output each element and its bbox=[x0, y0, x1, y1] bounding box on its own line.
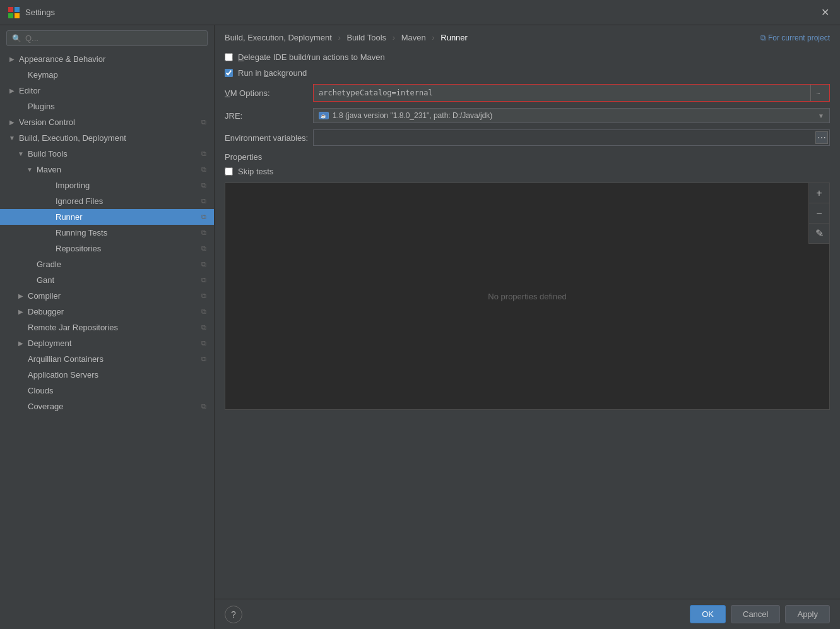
sidebar-item-gant[interactable]: Gant⧉ bbox=[0, 272, 214, 288]
cancel-button[interactable]: Cancel bbox=[731, 605, 780, 623]
sidebar-item-build-tools[interactable]: ▼Build Tools⧉ bbox=[0, 146, 214, 162]
sidebar-item-clouds[interactable]: Clouds bbox=[0, 383, 214, 398]
svg-rect-1 bbox=[15, 7, 20, 12]
sidebar-item-running-tests[interactable]: Running Tests⧉ bbox=[0, 225, 214, 241]
remove-property-button[interactable]: − bbox=[809, 203, 829, 224]
apply-button[interactable]: Apply bbox=[785, 605, 830, 623]
sidebar-nav: ▶Appearance & BehaviorKeymap▶EditorPlugi… bbox=[0, 51, 214, 414]
env-variables-field: ⋯ bbox=[313, 129, 830, 146]
vm-options-expand-icon[interactable]: ⋯ bbox=[810, 85, 825, 101]
env-variables-expand-btn[interactable]: ⋯ bbox=[815, 131, 828, 144]
sidebar-item-label-gant: Gant bbox=[37, 275, 54, 285]
arrow-icon-coverage bbox=[16, 402, 25, 411]
search-box[interactable]: 🔍 bbox=[6, 30, 208, 46]
copy-icon-running-tests: ⧉ bbox=[201, 229, 206, 237]
sidebar-item-label-application-servers: Application Servers bbox=[28, 370, 98, 380]
delegate-checkbox[interactable] bbox=[225, 53, 233, 61]
main-panel: Build, Execution, Deployment › Build Too… bbox=[215, 25, 840, 629]
arrow-icon-version-control: ▶ bbox=[8, 118, 16, 127]
copy-icon-runner: ⧉ bbox=[201, 213, 206, 221]
sidebar-item-keymap[interactable]: Keymap bbox=[0, 67, 214, 83]
breadcrumb: Build, Execution, Deployment › Build Too… bbox=[225, 33, 468, 42]
sidebar-item-gradle[interactable]: Gradle⧉ bbox=[0, 256, 214, 272]
sidebar-item-runner[interactable]: Runner⧉ bbox=[0, 209, 214, 225]
sidebar-item-build-execution-deployment[interactable]: ▼Build, Execution, Deployment bbox=[0, 130, 214, 146]
breadcrumb-part-3: Maven bbox=[401, 33, 426, 42]
bottom-bar: ? OK Cancel Apply bbox=[215, 599, 840, 629]
skip-tests-checkbox[interactable] bbox=[225, 167, 233, 176]
sidebar-item-coverage[interactable]: Coverage⧉ bbox=[0, 398, 214, 414]
jre-value: 1.8 (java version "1.8.0_231", path: D:/… bbox=[333, 111, 492, 120]
run-background-checkbox[interactable] bbox=[225, 69, 233, 77]
sidebar-item-label-version-control: Version Control bbox=[19, 117, 75, 127]
close-button[interactable]: ✕ bbox=[817, 5, 832, 20]
copy-icon-compiler: ⧉ bbox=[201, 292, 206, 300]
arrow-icon-application-servers bbox=[16, 371, 25, 380]
ok-button[interactable]: OK bbox=[690, 605, 726, 623]
sidebar-item-application-servers[interactable]: Application Servers bbox=[0, 367, 214, 383]
titlebar: Settings ✕ bbox=[0, 0, 840, 25]
arrow-icon-arquillian-containers bbox=[16, 355, 25, 364]
env-variables-row: Environment variables: ⋯ bbox=[225, 129, 830, 146]
arrow-icon-gradle bbox=[25, 260, 34, 269]
run-background-row: Run in background bbox=[225, 68, 830, 78]
copy-icon-arquillian-containers: ⧉ bbox=[201, 355, 206, 363]
sidebar-item-label-coverage: Coverage bbox=[28, 402, 63, 411]
help-button[interactable]: ? bbox=[225, 606, 242, 623]
copy-icon-remote-jar-repositories: ⧉ bbox=[201, 323, 206, 332]
edit-property-button[interactable]: ✎ bbox=[809, 224, 829, 244]
copy-icon-gant: ⧉ bbox=[201, 276, 206, 284]
arrow-icon-debugger: ▶ bbox=[16, 308, 25, 316]
delegate-label: Delegate IDE build/run actions to Maven bbox=[238, 52, 385, 62]
sidebar-item-deployment[interactable]: ▶Deployment⧉ bbox=[0, 335, 214, 351]
breadcrumb-part-2: Build Tools bbox=[346, 33, 386, 42]
sidebar-item-maven[interactable]: ▼Maven⧉ bbox=[0, 162, 214, 177]
properties-header: Properties bbox=[225, 152, 830, 162]
env-variables-label: Environment variables: bbox=[225, 133, 313, 143]
arrow-icon-runner bbox=[44, 213, 53, 222]
properties-section: Properties Skip tests + − ✎ No propert bbox=[225, 152, 830, 410]
add-property-button[interactable]: + bbox=[809, 183, 829, 203]
search-icon: 🔍 bbox=[12, 34, 21, 43]
copy-icon-debugger: ⧉ bbox=[201, 308, 206, 316]
sidebar-item-label-clouds: Clouds bbox=[28, 386, 53, 395]
vm-options-field[interactable]: ⋯ bbox=[313, 84, 830, 102]
svg-rect-3 bbox=[15, 13, 20, 18]
sidebar-item-arquillian-containers[interactable]: Arquillian Containers⧉ bbox=[0, 351, 214, 367]
delegate-checkbox-row: Delegate IDE build/run actions to Maven bbox=[225, 52, 830, 62]
jre-dropdown-icon[interactable]: ▼ bbox=[818, 112, 824, 119]
sidebar-item-label-importing: Importing bbox=[56, 181, 90, 190]
sidebar-item-remote-jar-repositories[interactable]: Remote Jar Repositories⧉ bbox=[0, 320, 214, 335]
arrow-icon-gant bbox=[25, 276, 34, 285]
search-input[interactable] bbox=[25, 33, 202, 43]
sidebar-item-repositories[interactable]: Repositories⧉ bbox=[0, 241, 214, 256]
sidebar: 🔍 ▶Appearance & BehaviorKeymap▶EditorPlu… bbox=[0, 25, 215, 629]
no-properties-text: No properties defined bbox=[488, 292, 566, 301]
sidebar-item-appearance-behavior[interactable]: ▶Appearance & Behavior bbox=[0, 51, 214, 67]
sidebar-item-importing[interactable]: Importing⧉ bbox=[0, 177, 214, 193]
copy-icon-gradle: ⧉ bbox=[201, 260, 206, 268]
sidebar-item-editor[interactable]: ▶Editor bbox=[0, 83, 214, 99]
copy-icon-maven: ⧉ bbox=[201, 165, 206, 174]
for-current-project-link[interactable]: ⧉ For current project bbox=[760, 33, 830, 42]
sidebar-item-compiler[interactable]: ▶Compiler⧉ bbox=[0, 288, 214, 304]
copy-icon-ignored-files: ⧉ bbox=[201, 197, 206, 205]
sidebar-item-version-control[interactable]: ▶Version Control⧉ bbox=[0, 114, 214, 130]
sidebar-item-plugins[interactable]: Plugins bbox=[0, 99, 214, 114]
arrow-icon-compiler: ▶ bbox=[16, 292, 25, 301]
sidebar-item-debugger[interactable]: ▶Debugger⧉ bbox=[0, 304, 214, 320]
jre-label: JRE: bbox=[225, 111, 313, 121]
sidebar-item-label-repositories: Repositories bbox=[56, 244, 101, 253]
arrow-icon-repositories bbox=[44, 244, 53, 253]
sidebar-item-label-maven: Maven bbox=[37, 165, 61, 174]
skip-tests-row: Skip tests bbox=[225, 167, 830, 176]
arrow-icon-maven: ▼ bbox=[25, 165, 34, 174]
breadcrumb-bar: Build, Execution, Deployment › Build Too… bbox=[215, 25, 840, 47]
skip-tests-label: Skip tests bbox=[238, 167, 273, 176]
arrow-icon-appearance-behavior: ▶ bbox=[8, 55, 16, 64]
jre-field[interactable]: ☕ 1.8 (java version "1.8.0_231", path: D… bbox=[313, 108, 830, 123]
sidebar-item-ignored-files[interactable]: Ignored Files⧉ bbox=[0, 193, 214, 209]
vm-options-input[interactable] bbox=[314, 86, 810, 100]
sidebar-item-label-plugins: Plugins bbox=[28, 102, 55, 111]
properties-toolbar: + − ✎ bbox=[808, 183, 829, 244]
